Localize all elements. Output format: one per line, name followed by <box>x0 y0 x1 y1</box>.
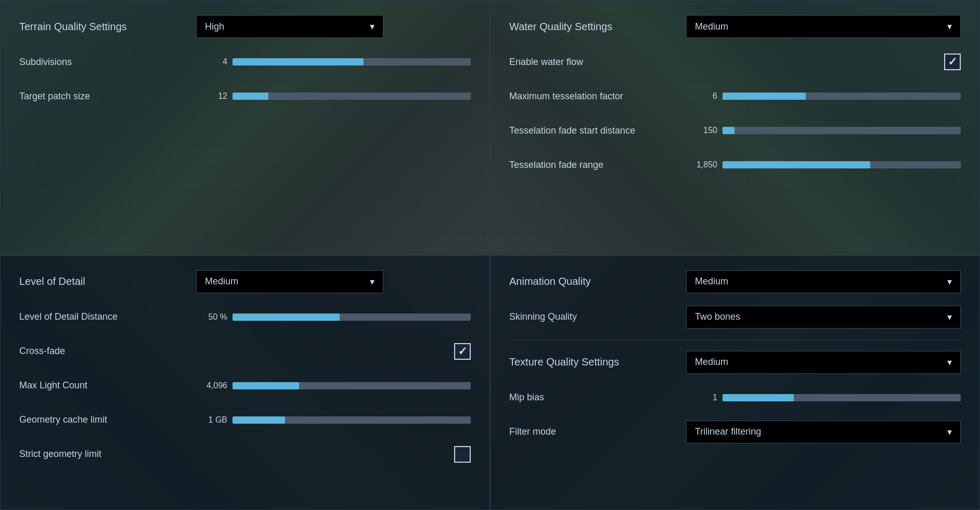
tesselation-fade-start-value: 150 <box>686 126 717 135</box>
tesselation-fade-start-label: Tesselation fade start distance <box>509 125 686 136</box>
geometry-cache-limit-slider-track[interactable] <box>233 416 471 424</box>
terrain-quality-panel: Terrain Quality Settings High ▾ Subdivis… <box>0 0 490 255</box>
filter-mode-label: Filter mode <box>509 426 686 437</box>
tesselation-fade-range-slider-fill <box>723 161 870 168</box>
max-tesselation-slider-container <box>723 93 961 100</box>
cross-fade-checkbox-mark: ✓ <box>458 345 467 358</box>
animation-quality-value: Medium <box>695 276 728 287</box>
animation-texture-panel-content: Animation Quality Medium ▾ Skinning Qual… <box>509 270 961 443</box>
filter-mode-value: Trilinear filtering <box>695 426 761 437</box>
subdivisions-label: Subdivisions <box>19 57 196 68</box>
tesselation-fade-start-slider-fill <box>723 127 734 134</box>
strict-geometry-limit-row: Strict geometry limit <box>19 443 471 466</box>
texture-quality-header-row: Texture Quality Settings Medium ▾ <box>509 351 961 374</box>
water-panel-content: Water Quality Settings Medium ▾ Enable w… <box>509 15 961 176</box>
tesselation-fade-range-slider-track[interactable] <box>723 161 961 168</box>
skinning-quality-dropdown-arrow: ▾ <box>947 311 952 323</box>
target-patch-size-slider-container <box>233 93 471 100</box>
terrain-panel-content: Terrain Quality Settings High ▾ Subdivis… <box>19 15 471 108</box>
geometry-cache-limit-label: Geometry cache limit <box>19 414 196 425</box>
terrain-quality-title: Terrain Quality Settings <box>19 21 196 33</box>
subdivisions-row: Subdivisions 4 <box>19 50 471 73</box>
animation-quality-dropdown[interactable]: Medium ▾ <box>686 270 961 293</box>
max-tesselation-value: 6 <box>686 91 717 101</box>
target-patch-size-slider-fill <box>233 93 268 100</box>
lod-distance-slider-container <box>233 313 471 321</box>
enable-water-flow-checkbox[interactable]: ✓ <box>944 54 961 70</box>
water-quality-header-row: Water Quality Settings Medium ▾ <box>509 15 961 38</box>
mip-bias-slider-container <box>723 394 961 401</box>
enable-water-flow-checkbox-mark: ✓ <box>948 55 957 69</box>
water-quality-value: Medium <box>695 21 728 32</box>
lod-value: Medium <box>205 276 238 287</box>
lod-distance-row: Level of Detail Distance 50 % <box>19 306 471 329</box>
strict-geometry-limit-checkbox[interactable] <box>454 446 471 463</box>
lod-distance-label: Level of Detail Distance <box>19 311 196 322</box>
animation-texture-panel: Animation Quality Medium ▾ Skinning Qual… <box>490 255 980 511</box>
lod-dropdown-arrow: ▾ <box>370 276 375 287</box>
lod-distance-slider-fill <box>233 313 340 321</box>
enable-water-flow-row: Enable water flow ✓ <box>509 50 961 73</box>
mip-bias-value: 1 <box>686 393 717 402</box>
tesselation-fade-range-slider-container <box>723 161 961 168</box>
geometry-cache-limit-slider-fill <box>233 416 285 424</box>
skinning-quality-dropdown[interactable]: Two bones ▾ <box>686 306 961 329</box>
geometry-cache-limit-slider-container <box>233 416 471 424</box>
subdivisions-slider-fill <box>233 58 364 66</box>
terrain-quality-value: High <box>205 21 224 32</box>
strict-geometry-limit-label: Strict geometry limit <box>19 449 196 460</box>
max-tesselation-label: Maximum tesselation factor <box>509 91 686 102</box>
water-quality-dropdown[interactable]: Medium ▾ <box>686 15 961 38</box>
lod-title: Level of Detail <box>19 276 196 287</box>
lod-dropdown[interactable]: Medium ▾ <box>196 270 383 293</box>
texture-quality-value: Medium <box>695 357 728 368</box>
tesselation-fade-start-slider-track[interactable] <box>723 127 961 134</box>
mip-bias-label: Mip bias <box>509 392 686 403</box>
tesselation-fade-start-row: Tesselation fade start distance 150 <box>509 119 961 142</box>
terrain-quality-header-row: Terrain Quality Settings High ▾ <box>19 15 471 38</box>
max-tesselation-row: Maximum tesselation factor 6 <box>509 85 961 108</box>
cross-fade-checkbox[interactable]: ✓ <box>454 343 471 360</box>
skinning-quality-row: Skinning Quality Two bones ▾ <box>509 306 961 329</box>
texture-quality-dropdown[interactable]: Medium ▾ <box>686 351 961 374</box>
lod-header-row: Level of Detail Medium ▾ <box>19 270 471 293</box>
max-light-count-value: 4,096 <box>196 381 227 390</box>
max-light-count-slider-track[interactable] <box>233 382 471 389</box>
lod-distance-slider-track[interactable] <box>233 313 471 321</box>
subdivisions-value: 4 <box>196 57 227 67</box>
animation-quality-title: Animation Quality <box>509 276 686 287</box>
filter-mode-dropdown-arrow: ▾ <box>947 426 952 438</box>
cross-fade-label: Cross-fade <box>19 346 196 357</box>
target-patch-size-slider-track[interactable] <box>233 93 471 100</box>
strict-geometry-limit-checkbox-container <box>196 446 471 463</box>
filter-mode-row: Filter mode Trilinear filtering ▾ <box>509 421 961 443</box>
lod-distance-value: 50 % <box>196 312 227 322</box>
subdivisions-slider-track[interactable] <box>233 58 471 66</box>
animation-quality-header-row: Animation Quality Medium ▾ <box>509 270 961 293</box>
max-light-count-label: Max Light Count <box>19 380 196 391</box>
geometry-cache-limit-row: Geometry cache limit 1 GB <box>19 409 471 431</box>
filter-mode-dropdown[interactable]: Trilinear filtering ▾ <box>686 421 961 443</box>
texture-quality-dropdown-arrow: ▾ <box>947 357 952 368</box>
animation-quality-dropdown-arrow: ▾ <box>947 276 952 287</box>
tesselation-fade-start-slider-container <box>723 127 961 134</box>
water-quality-title: Water Quality Settings <box>509 21 686 33</box>
water-quality-panel: Water Quality Settings Medium ▾ Enable w… <box>490 0 980 255</box>
cross-fade-row: Cross-fade ✓ <box>19 340 471 363</box>
tesselation-fade-range-label: Tesselation fade range <box>509 160 686 171</box>
mip-bias-row: Mip bias 1 <box>509 386 961 409</box>
terrain-quality-dropdown[interactable]: High ▾ <box>196 15 383 38</box>
tesselation-fade-range-row: Tesselation fade range 1,850 <box>509 153 961 176</box>
enable-water-flow-checkbox-container: ✓ <box>686 54 961 70</box>
lod-panel: Level of Detail Medium ▾ Level of Detail… <box>0 255 490 511</box>
max-light-count-slider-fill <box>233 382 299 389</box>
geometry-cache-limit-value: 1 GB <box>196 415 227 425</box>
target-patch-size-row: Target patch size 12 <box>19 85 471 108</box>
terrain-quality-dropdown-arrow: ▾ <box>370 21 375 32</box>
max-tesselation-slider-track[interactable] <box>723 93 961 100</box>
target-patch-size-value: 12 <box>196 91 227 101</box>
max-light-count-slider-container <box>233 382 471 389</box>
mip-bias-slider-track[interactable] <box>723 394 961 401</box>
mip-bias-slider-fill <box>723 394 794 401</box>
water-quality-dropdown-arrow: ▾ <box>947 21 952 32</box>
